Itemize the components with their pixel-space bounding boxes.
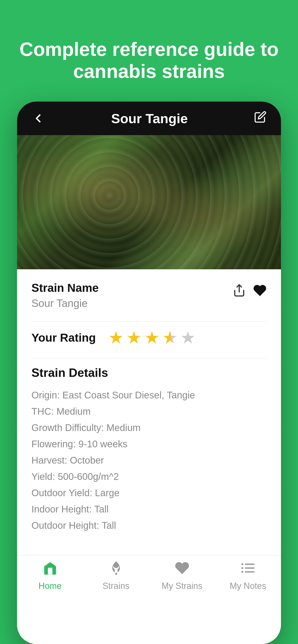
- strains-icon: [108, 560, 124, 578]
- nav-my-notes-label: My Notes: [230, 581, 266, 591]
- strain-name-info: Strain Name Sour Tangie: [32, 281, 232, 309]
- star-3[interactable]: ★: [144, 329, 160, 346]
- star-1[interactable]: ★: [108, 329, 124, 346]
- divider-2: [32, 358, 266, 359]
- star-5[interactable]: ★: [180, 329, 196, 346]
- page-title: Sour Tangie: [111, 111, 188, 126]
- strain-details-section: Strain Details Origin: East Coast Sour D…: [32, 366, 266, 534]
- details-text: Origin: East Coast Sour Diesel, TangieTH…: [32, 387, 266, 534]
- my-notes-icon: [240, 560, 256, 578]
- my-strains-icon: [175, 560, 190, 578]
- strain-name-section: Strain Name Sour Tangie: [32, 281, 266, 309]
- bottom-nav: Home Strains My Strains: [17, 555, 281, 598]
- action-icons: [232, 284, 266, 300]
- nav-home-label: Home: [38, 581, 61, 591]
- rating-section: Your Rating ★ ★ ★ ★ ★: [32, 329, 266, 346]
- star-4[interactable]: ★: [162, 329, 178, 346]
- edit-button[interactable]: [254, 111, 266, 126]
- phone-mockup: Sour Tangie Strain Name Sour Tangie: [17, 102, 281, 644]
- details-title: Strain Details: [32, 366, 266, 380]
- nav-my-strains-label: My Strains: [162, 581, 202, 591]
- favorite-button[interactable]: [253, 284, 266, 300]
- rating-label: Your Rating: [32, 331, 99, 344]
- nav-strains[interactable]: Strains: [83, 560, 149, 591]
- strain-name-label: Strain Name: [32, 281, 232, 294]
- nav-strains-label: Strains: [102, 581, 129, 591]
- strain-name-value: Sour Tangie: [32, 297, 232, 309]
- nav-my-strains[interactable]: My Strains: [149, 560, 215, 591]
- nav-home[interactable]: Home: [17, 560, 83, 591]
- nav-my-notes[interactable]: My Notes: [215, 560, 281, 591]
- hero-title: Complete reference guide to cannabis str…: [0, 38, 298, 82]
- home-icon: [43, 560, 58, 578]
- star-2[interactable]: ★: [126, 329, 142, 346]
- strain-image: [17, 135, 281, 269]
- share-button[interactable]: [232, 284, 246, 300]
- top-bar: Sour Tangie: [17, 102, 281, 135]
- divider-1: [32, 321, 266, 322]
- star-rating[interactable]: ★ ★ ★ ★ ★: [108, 329, 196, 346]
- content-area: Strain Name Sour Tangie: [17, 269, 281, 555]
- back-button[interactable]: [32, 112, 45, 125]
